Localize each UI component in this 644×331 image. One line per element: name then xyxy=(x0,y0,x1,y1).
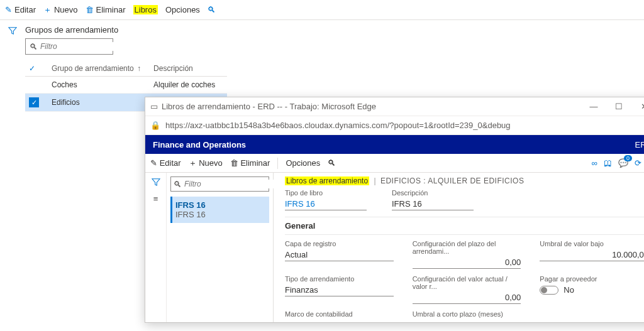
tipo-libro-label: Tipo de libro xyxy=(285,189,367,197)
list-filter-input[interactable] xyxy=(184,180,279,188)
notification-icon[interactable]: 💬 xyxy=(618,158,628,168)
popup-delete-button[interactable]: 🗑 Eliminar xyxy=(230,158,270,168)
trash-icon: 🗑 xyxy=(230,158,238,168)
general-title: General xyxy=(285,221,315,231)
refresh-icon[interactable]: ⟳ xyxy=(635,158,641,168)
tipo-arr-value[interactable]: Finanzas xyxy=(285,284,394,296)
window-title: Libros de arrendamiento - ERD -- - Traba… xyxy=(162,102,579,111)
popup-edit-button[interactable]: ✎ Editar xyxy=(150,158,181,168)
search-icon: 🔍︎ xyxy=(208,5,216,14)
new-label: Nuevo xyxy=(54,5,78,14)
page-title: Grupos de arrendamiento xyxy=(25,25,644,35)
popup-toolbar: ✎ Editar ＋ Nuevo 🗑 Eliminar Opciones 🔍︎ xyxy=(145,154,644,173)
options-label: Opciones xyxy=(165,5,200,14)
popup-search-button[interactable]: 🔍︎ xyxy=(328,158,336,168)
cell-group: Coches xyxy=(48,77,150,94)
breadcrumb: Libros de arrendamiento | EDIFICIOS : AL… xyxy=(285,176,644,185)
env-label: ERD xyxy=(635,140,644,149)
popup-options-button[interactable]: Opciones xyxy=(286,158,320,168)
pagar-toggle[interactable]: No xyxy=(540,285,574,295)
general-section-header[interactable]: General ˄ xyxy=(285,217,644,235)
cell-desc: Alquiler de coches xyxy=(150,77,227,94)
new-button[interactable]: ＋ Nuevo xyxy=(43,4,78,16)
list-item-title: IFRS 16 xyxy=(175,200,264,210)
delete-label: Eliminar xyxy=(96,5,126,14)
col-desc[interactable]: Descripción xyxy=(150,61,227,77)
cell-group: Edificios xyxy=(48,94,150,112)
col-group[interactable]: Grupo de arrendamiento ↑ xyxy=(48,61,150,77)
address-bar[interactable]: 🔒 https://axz-uatbbc1b1548a3b4e6baos.clo… xyxy=(145,116,644,135)
left-rail: ≡ xyxy=(145,173,167,322)
conf-plazo-value[interactable]: 0,00 xyxy=(413,256,521,269)
tipo-libro-value[interactable]: IFRS 16 xyxy=(285,198,367,210)
pagar-value: No xyxy=(564,285,574,295)
trash-icon: 🗑 xyxy=(86,5,94,14)
main-filter[interactable]: 🔍︎ xyxy=(25,38,113,55)
filter-funnel-icon[interactable] xyxy=(8,25,17,35)
row-selected-icon: ✓ xyxy=(29,97,39,107)
app-title: Finance and Operations xyxy=(153,140,246,149)
list-icon[interactable]: ≡ xyxy=(153,194,158,203)
filter-funnel-icon[interactable] xyxy=(152,176,160,187)
popup-window: ▭ Libros de arrendamiento - ERD -- - Tra… xyxy=(145,97,644,323)
check-icon: ✓ xyxy=(29,64,35,73)
list-item[interactable]: IFRS 16 IFRS 16 xyxy=(170,197,269,223)
list-filter[interactable]: 🔍︎ xyxy=(170,176,269,192)
books-list: 🔍︎ IFRS 16 IFRS 16 xyxy=(167,173,274,322)
books-label: Libros xyxy=(133,5,158,14)
app-header: Finance and Operations ERD xyxy=(145,135,644,154)
close-button[interactable]: ✕ xyxy=(633,102,644,111)
lock-icon: 🔒 xyxy=(150,121,160,130)
main-toolbar: ✎ Editar ＋ Nuevo 🗑 Eliminar Libros Opcio… xyxy=(0,0,644,20)
attach-icon[interactable]: 🕮 xyxy=(604,158,612,168)
plus-icon: ＋ xyxy=(43,4,52,16)
link-icon[interactable]: ∞ xyxy=(592,158,597,168)
delete-button[interactable]: 🗑 Eliminar xyxy=(86,5,126,14)
url-text: https://axz-uatbbc1b1548a3b4e6baos.cloud… xyxy=(165,121,643,130)
descripcion-label: Descripción xyxy=(392,189,474,197)
maximize-button[interactable]: ☐ xyxy=(608,102,630,111)
crumb-first: Libros de arrendamiento xyxy=(285,176,369,185)
capa-registro-value[interactable]: Actual xyxy=(285,249,394,261)
detail-pane: Libros de arrendamiento | EDIFICIOS : AL… xyxy=(274,173,644,322)
conf-valor-value[interactable]: 0,00 xyxy=(413,291,521,304)
pencil-icon: ✎ xyxy=(5,5,12,14)
umbral-bajo-value[interactable]: 10.000,00 xyxy=(540,249,644,261)
sort-asc-icon: ↑ xyxy=(137,64,141,73)
search-button[interactable]: 🔍︎ xyxy=(208,5,216,14)
popup-new-button[interactable]: ＋ Nuevo xyxy=(189,158,223,169)
options-button[interactable]: Opciones xyxy=(165,5,200,14)
pencil-icon: ✎ xyxy=(150,158,157,168)
marco-value[interactable]: IFRS 16 xyxy=(285,319,394,322)
search-icon: 🔍︎ xyxy=(328,158,336,168)
list-item-sub: IFRS 16 xyxy=(175,210,264,219)
table-row[interactable]: Coches Alquiler de coches xyxy=(25,77,227,94)
search-icon: 🔍︎ xyxy=(30,42,38,52)
main-filter-input[interactable] xyxy=(40,42,135,51)
books-button[interactable]: Libros xyxy=(133,5,158,14)
minimize-button[interactable]: — xyxy=(583,102,604,111)
crumb-rest: EDIFICIOS : ALQUILER DE EDIFICIOS xyxy=(380,176,525,185)
edit-label: Editar xyxy=(14,5,36,14)
page-icon: ▭ xyxy=(150,102,158,111)
edit-button[interactable]: ✎ Editar xyxy=(5,5,36,14)
descripcion-value[interactable]: IFRS 16 xyxy=(392,198,474,210)
search-icon: 🔍︎ xyxy=(174,180,182,189)
plus-icon: ＋ xyxy=(189,158,197,168)
window-titlebar[interactable]: ▭ Libros de arrendamiento - ERD -- - Tra… xyxy=(145,97,644,116)
col-select[interactable]: ✓ xyxy=(25,61,48,77)
